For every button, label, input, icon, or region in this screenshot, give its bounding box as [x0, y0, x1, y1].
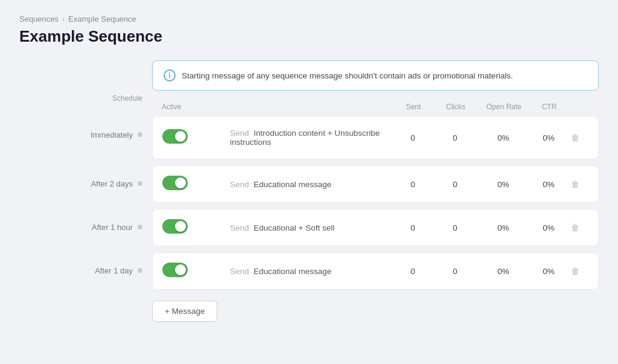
row-clicks: 0 [434, 180, 476, 189]
row-open-rate: 0% [476, 223, 530, 232]
schedule-item: After 2 days [19, 162, 152, 205]
row-sent: 0 [392, 223, 434, 232]
schedule-dot [138, 132, 142, 137]
breadcrumb-parent[interactable]: Sequences [19, 14, 59, 24]
schedule-column: Schedule Immediately After 2 days After … [19, 60, 152, 322]
row-clicks: 0 [434, 223, 476, 232]
active-toggle-col [162, 263, 223, 279]
info-icon: i [164, 69, 176, 81]
row-description: Send Educational + Soft sell [223, 223, 392, 232]
header-clicks: Clicks [435, 103, 477, 111]
row-message-name: Educational message [253, 267, 331, 276]
header-ctr: CTR [531, 103, 567, 111]
active-toggle-col [162, 176, 223, 193]
toggle-0[interactable] [162, 129, 188, 144]
toggle-2[interactable] [162, 219, 188, 234]
row-clicks: 0 [434, 267, 476, 276]
delete-button[interactable]: 🗑 [567, 176, 584, 193]
row-sent: 0 [392, 180, 434, 189]
schedule-dot [138, 181, 142, 186]
schedule-label: Immediately [91, 130, 133, 139]
row-sent: 0 [392, 133, 434, 142]
row-open-rate: 0% [476, 180, 530, 189]
row-ctr: 0% [530, 267, 567, 276]
delete-button[interactable]: 🗑 [567, 263, 584, 279]
row-open-rate: 0% [476, 267, 530, 276]
delete-button[interactable]: 🗑 [567, 129, 584, 146]
row-message-name: Educational message [253, 180, 331, 189]
breadcrumb-separator: › [62, 15, 65, 24]
header-sent: Sent [392, 103, 435, 111]
schedule-dot [138, 268, 142, 273]
main-content: Schedule Immediately After 2 days After … [19, 60, 599, 322]
send-label: Send [230, 129, 249, 138]
breadcrumb-current: Example Sequence [68, 14, 136, 24]
row-clicks: 0 [434, 133, 476, 142]
send-label: Send [230, 180, 249, 189]
row-open-rate: 0% [476, 133, 530, 142]
toggle-3[interactable] [162, 263, 188, 277]
header-active: Active [162, 103, 222, 111]
active-toggle-col [162, 129, 223, 146]
page-title: Example Sequence [19, 27, 599, 46]
schedule-label: After 2 days [91, 179, 133, 188]
delete-button[interactable]: 🗑 [567, 219, 584, 236]
breadcrumb: Sequences › Example Sequence [19, 14, 599, 24]
schedule-items: Immediately After 2 days After 1 hour Af… [19, 107, 152, 292]
row-sent: 0 [392, 267, 434, 276]
row-description: Send Educational message [223, 180, 392, 189]
row-actions: 🗑 [567, 263, 588, 279]
send-label: Send [230, 223, 249, 232]
schedule-dot [138, 225, 142, 229]
row-message-name: Educational + Soft sell [253, 223, 334, 232]
table-row: Send Introduction content + Unsubscribe … [152, 116, 599, 159]
schedule-label: After 1 hour [92, 223, 133, 232]
row-message-name: Introduction content + Unsubscribe instr… [230, 129, 380, 147]
info-banner-text: Starting message of any sequence message… [182, 71, 513, 80]
table-header: Active Sent Clicks Open Rate CTR [152, 103, 599, 116]
toggle-1[interactable] [162, 176, 188, 190]
schedule-header: Schedule [19, 94, 152, 107]
active-toggle-col [162, 219, 223, 236]
schedule-item: After 1 day [19, 249, 152, 292]
schedule-item: After 1 hour [19, 205, 152, 249]
add-message-button[interactable]: + Message [152, 301, 217, 322]
row-ctr: 0% [530, 223, 567, 232]
schedule-label: After 1 day [95, 266, 133, 275]
table-row: Send Educational + Soft sell 0 0 0% 0% 🗑 [152, 209, 599, 246]
row-ctr: 0% [530, 133, 567, 142]
row-description: Send Introduction content + Unsubscribe … [223, 129, 392, 147]
table-row: Send Educational message 0 0 0% 0% 🗑 [152, 252, 599, 290]
page-container: Sequences › Example Sequence Example Seq… [0, 0, 618, 336]
content-column: i Starting message of any sequence messa… [152, 60, 599, 322]
row-actions: 🗑 [567, 129, 588, 146]
row-ctr: 0% [530, 180, 567, 189]
table-row: Send Educational message 0 0 0% 0% 🗑 [152, 165, 599, 203]
send-label: Send [230, 267, 249, 276]
header-openrate: Open Rate [477, 103, 531, 111]
row-actions: 🗑 [567, 219, 588, 236]
sequence-rows: Send Introduction content + Unsubscribe … [152, 116, 599, 290]
schedule-item: Immediately [19, 107, 152, 162]
row-description: Send Educational message [223, 267, 392, 276]
row-actions: 🗑 [567, 176, 588, 193]
info-banner: i Starting message of any sequence messa… [152, 60, 599, 91]
